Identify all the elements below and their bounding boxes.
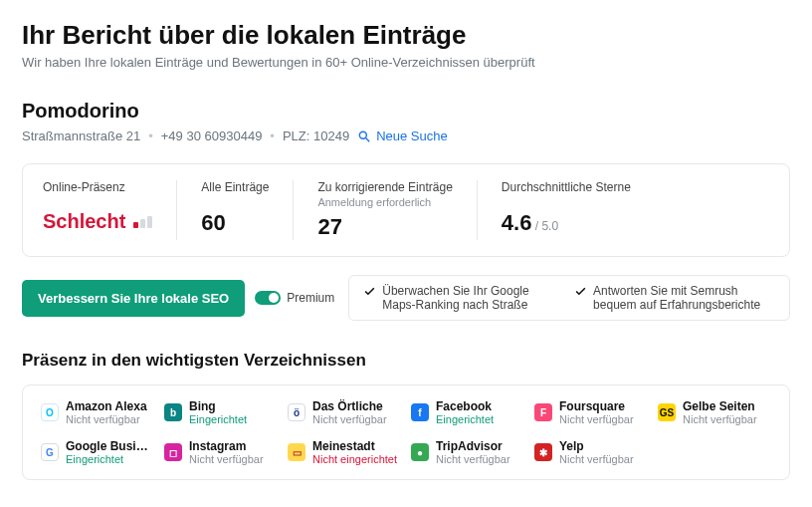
stats-card: Online-Präsenz Schlecht Alle Einträge 60… — [22, 163, 790, 257]
directory-status: Nicht eingerichtet — [312, 453, 397, 465]
search-icon — [357, 129, 371, 143]
directory-icon: ● — [411, 443, 429, 461]
directory-name: Bing — [189, 399, 247, 413]
directory-item[interactable]: GGoogle Busin…Eingerichtet — [41, 439, 154, 465]
directory-icon: f — [411, 403, 429, 421]
premium-label: Premium — [287, 291, 334, 305]
directory-name: Gelbe Seiten — [683, 399, 757, 413]
directory-status: Eingerichtet — [189, 413, 247, 425]
business-phone: +49 30 60930449 — [161, 128, 263, 143]
check-icon — [574, 285, 587, 298]
directory-item[interactable]: GSGelbe SeitenNicht verfügbar — [658, 399, 771, 425]
directory-item[interactable]: FFoursquareNicht verfügbar — [534, 399, 648, 425]
directory-name: Amazon Alexa — [66, 399, 147, 413]
stat-all-label: Alle Einträge — [201, 180, 269, 194]
stat-fix-label: Zu korrigierende Einträge — [317, 180, 452, 194]
directory-status: Nicht verfügbar — [436, 453, 510, 465]
directory-icon: ö — [288, 403, 305, 421]
business-zip: PLZ: 10249 — [283, 128, 349, 143]
directory-name: Das Örtliche — [312, 399, 387, 413]
stat-rating-max: / 5.0 — [531, 219, 558, 233]
stat-rating: Durchschnittliche Sterne 4.6 / 5.0 — [502, 180, 631, 240]
directory-item[interactable]: fFacebookEingerichtet — [411, 399, 524, 425]
directory-icon: b — [164, 403, 182, 421]
directory-item[interactable]: ✱YelpNicht verfügbar — [534, 439, 648, 465]
toggle-icon — [255, 291, 281, 305]
directory-name: Meinestadt — [312, 439, 397, 453]
directory-status: Nicht verfügbar — [66, 413, 147, 425]
directory-icon: G — [41, 443, 59, 461]
directory-icon: ◻ — [164, 443, 182, 461]
directory-name: TripAdvisor — [436, 439, 510, 453]
premium-toggle[interactable]: Premium — [255, 291, 334, 305]
page-subtitle: Wir haben Ihre lokalen Einträge und Bewe… — [22, 55, 790, 70]
directory-name: Facebook — [436, 399, 494, 413]
directory-status: Eingerichtet — [66, 453, 154, 465]
stat-fix-value: 27 — [317, 214, 452, 240]
directory-name: Instagram — [189, 439, 264, 453]
benefits-box: Überwachen Sie Ihr Google Maps-Ranking n… — [348, 275, 790, 321]
stat-presence-label: Online-Präsenz — [43, 180, 152, 194]
page-title: Ihr Bericht über die lokalen Einträge — [22, 20, 790, 51]
directory-status: Eingerichtet — [436, 413, 494, 425]
stat-fix-sublabel: Anmeldung erforderlich — [317, 196, 452, 208]
directory-icon: GS — [658, 403, 676, 421]
business-address: Straßmannstraße 21 — [22, 128, 140, 143]
check-icon — [363, 285, 376, 298]
stat-presence-value: Schlecht — [43, 210, 125, 233]
benefit-2: Antworten Sie mit Semrush bequem auf Erf… — [574, 284, 775, 312]
stat-all-value: 60 — [201, 210, 269, 236]
directory-icon: O — [41, 403, 59, 421]
directory-icon: ✱ — [534, 443, 552, 461]
stat-rating-value: 4.6 — [502, 210, 532, 235]
directory-item[interactable]: ◻InstagramNicht verfügbar — [164, 439, 278, 465]
directory-item[interactable]: OAmazon AlexaNicht verfügbar — [41, 399, 154, 425]
benefit-1: Überwachen Sie Ihr Google Maps-Ranking n… — [363, 284, 552, 312]
stat-rating-label: Durchschnittliche Sterne — [502, 180, 631, 194]
svg-point-0 — [359, 131, 366, 138]
directory-name: Yelp — [559, 439, 634, 453]
cta-row: Verbessern Sie Ihre lokale SEO Premium Ü… — [22, 275, 790, 321]
stat-fix: Zu korrigierende Einträge Anmeldung erfo… — [317, 180, 477, 240]
directories-title: Präsenz in den wichtigsten Verzeichnisse… — [22, 351, 790, 371]
business-name: Pomodorino — [22, 100, 790, 123]
directory-name: Google Busin… — [66, 439, 154, 453]
directory-icon: ▭ — [288, 443, 305, 461]
directory-status: Nicht verfügbar — [559, 453, 634, 465]
svg-line-1 — [366, 137, 370, 141]
stat-all: Alle Einträge 60 — [201, 180, 294, 240]
improve-seo-button[interactable]: Verbessern Sie Ihre lokale SEO — [22, 280, 245, 317]
directory-status: Nicht verfügbar — [189, 453, 264, 465]
directory-item[interactable]: öDas ÖrtlicheNicht verfügbar — [288, 399, 401, 425]
directory-status: Nicht verfügbar — [312, 413, 387, 425]
new-search-label: Neue Suche — [376, 128, 448, 143]
directory-item[interactable]: bBingEingerichtet — [164, 399, 278, 425]
directories-card: OAmazon AlexaNicht verfügbarbBingEingeri… — [22, 384, 790, 480]
directory-icon: F — [534, 403, 552, 421]
business-meta: Straßmannstraße 21 • +49 30 60930449 • P… — [22, 128, 790, 143]
new-search-link[interactable]: Neue Suche — [357, 128, 448, 143]
directory-item[interactable]: ▭MeinestadtNicht eingerichtet — [288, 439, 401, 465]
directory-item[interactable]: ●TripAdvisorNicht verfügbar — [411, 439, 524, 465]
directory-status: Nicht verfügbar — [683, 413, 757, 425]
stat-presence: Online-Präsenz Schlecht — [43, 180, 177, 240]
directory-name: Foursquare — [559, 399, 634, 413]
directory-status: Nicht verfügbar — [559, 413, 634, 425]
signal-bars-icon — [133, 216, 152, 228]
